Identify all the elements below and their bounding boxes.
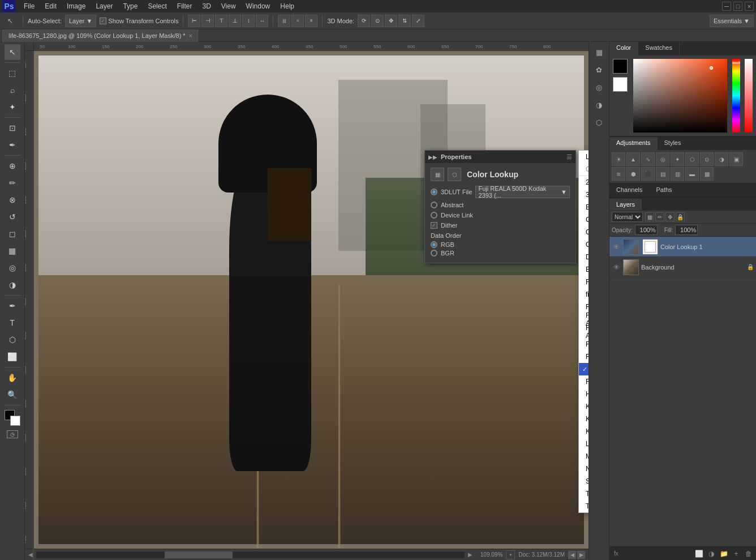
adjustments-tab[interactable]: Adjustments (609, 137, 658, 150)
align-center-btn[interactable]: ⊣ (201, 15, 214, 27)
align-middle-btn[interactable]: ↕ (242, 15, 255, 27)
dropdown-item-23[interactable]: NightFromDay.CUBE (579, 463, 589, 475)
mini-icon-3[interactable]: ◎ (591, 79, 607, 95)
bgr-radio[interactable] (431, 250, 437, 257)
layer-item-color-lookup[interactable]: 👁 Color Lookup 1 (609, 237, 756, 257)
dropdown-item-18[interactable]: Kodak 5205 Fuji 3510 (by Adobe).cube (579, 400, 589, 413)
nav-prev-btn[interactable]: ◀ (568, 551, 576, 559)
layer-fx-label[interactable]: fx (612, 549, 621, 558)
window-maximize[interactable]: □ (733, 2, 742, 11)
menu-select[interactable]: Select (143, 1, 171, 11)
3d-rotate-btn[interactable]: ⟳ (358, 15, 370, 27)
dropdown-item-26[interactable]: TensionGreen.3DL (579, 500, 589, 512)
menu-filter[interactable]: Filter (173, 1, 197, 11)
3d-pan-btn[interactable]: ✥ (385, 15, 397, 27)
hue-spectrum[interactable] (732, 59, 740, 132)
lock-pixels-btn[interactable]: ✏ (655, 212, 664, 221)
menu-help[interactable]: Help (276, 1, 299, 11)
layers-tab-active[interactable]: Layers (609, 199, 642, 210)
shape-tool[interactable]: ⬜ (5, 349, 20, 365)
quick-mask-btn[interactable]: ◷ (7, 430, 18, 438)
dropdown-item-13[interactable]: Fuji F125 Kodak 2393 (by Adobe).cube (579, 338, 589, 350)
history-tool[interactable]: ↺ (5, 209, 20, 225)
nav-next-btn[interactable]: ▶ (577, 551, 585, 559)
dist-btn-3[interactable]: ≡ (305, 15, 317, 27)
adj-invert[interactable]: ⬛ (641, 167, 655, 181)
new-layer-btn[interactable]: + (731, 549, 741, 559)
menu-edit[interactable]: Edit (40, 1, 61, 11)
eyedropper-tool[interactable]: ✒ (5, 137, 20, 153)
dropdown-item-7[interactable]: EdgyAmber.3DL (579, 263, 589, 276)
dropdown-item-0[interactable]: 2Strip.look (579, 176, 589, 189)
document-tab[interactable]: life-863675_1280.jpg @ 109% (Color Looku… (2, 29, 198, 42)
adj-photofilter[interactable]: ▣ (729, 152, 743, 166)
dropdown-item-15-selected[interactable]: ✓ Fuji REALA 500D Kodak 2393 (by Adobe).… (579, 363, 589, 375)
properties-icon-2[interactable]: ⬡ (448, 168, 461, 181)
dropdown-item-6[interactable]: DropBlues.3DL (579, 251, 589, 263)
3dlut-dropdown[interactable]: Fuji REALA 500D Kodak 2393 (... ▼ (475, 186, 570, 198)
eraser-tool[interactable]: ◻ (5, 226, 20, 242)
layer-bg-visibility-icon[interactable]: 👁 (612, 263, 621, 272)
channels-tab[interactable]: Channels (609, 184, 649, 197)
zoom-in-btn[interactable]: + (506, 550, 515, 559)
paths-tab[interactable]: Paths (649, 184, 678, 197)
move-tool-btn[interactable]: ↖ (2, 14, 18, 28)
dropdown-item-24[interactable]: Soft_Warming.look (579, 475, 589, 488)
dropdown-item-21[interactable]: LateSunset.3DL (579, 438, 589, 450)
adj-bw[interactable]: ◑ (715, 152, 728, 166)
fg-color-square[interactable] (613, 59, 628, 74)
3d-scale-btn[interactable]: ⤢ (412, 15, 424, 27)
hand-tool[interactable]: ✋ (5, 370, 20, 386)
clone-tool[interactable]: ⊗ (5, 192, 20, 208)
dropdown-item-4[interactable]: Crisp_Warm.look (579, 226, 589, 238)
align-bottom-btn[interactable]: ↔ (256, 15, 268, 27)
adj-threshold[interactable]: ▥ (671, 167, 684, 181)
gradient-tool[interactable]: ▦ (5, 243, 20, 259)
tab-close-btn[interactable]: × (189, 33, 192, 39)
dither-checkbox[interactable]: ✓ (431, 222, 437, 229)
3d-roll-btn[interactable]: ⊙ (371, 15, 384, 27)
window-minimize[interactable]: ─ (722, 2, 731, 11)
bg-color-square[interactable] (613, 77, 628, 92)
adj-hsl[interactable]: ⬡ (685, 152, 699, 166)
dropdown-item-9[interactable]: filmstock_50.3dl (579, 288, 589, 301)
menu-window[interactable]: Window (242, 1, 275, 11)
wand-tool[interactable]: ✦ (5, 99, 20, 115)
lock-position-btn[interactable]: ✥ (665, 212, 675, 221)
adj-levels[interactable]: ▲ (626, 152, 640, 166)
spot-heal-tool[interactable]: ⊕ (5, 158, 20, 174)
mini-icon-2[interactable]: ✿ (591, 62, 607, 78)
background-color[interactable] (10, 416, 20, 426)
scroll-right-arrow[interactable]: ▶ (468, 552, 472, 558)
delete-layer-btn[interactable]: 🗑 (744, 549, 754, 559)
dropdown-item-19[interactable]: Kodak 5218 Kodak 2383 (by Adobe).cube (579, 413, 589, 425)
blur-tool[interactable]: ◎ (5, 260, 20, 276)
zoom-tool[interactable]: 🔍 (5, 387, 20, 403)
dist-btn-1[interactable]: ||| (278, 15, 290, 27)
pen-tool[interactable]: ✒ (5, 298, 20, 314)
window-close[interactable]: × (745, 2, 754, 11)
add-mask-btn[interactable]: ⬜ (694, 549, 704, 559)
adj-colorlookup[interactable]: ⬢ (626, 167, 640, 181)
show-transform-check[interactable]: ✓ Show Transform Controls (100, 18, 178, 24)
dropdown-item-22[interactable]: Moonlight.3DL (579, 450, 589, 463)
path-tool[interactable]: ⬡ (5, 332, 20, 348)
dropdown-item-1[interactable]: 3Strip.look (579, 189, 589, 201)
lock-all-btn[interactable]: 🔒 (676, 212, 685, 221)
dropdown-item-20[interactable]: Kodak 5218 Kodak 2395 (by Adobe).cube (579, 425, 589, 438)
properties-icon-1[interactable]: ▦ (431, 168, 444, 181)
mini-icon-4[interactable]: ◑ (591, 97, 607, 113)
type-tool[interactable]: T (5, 315, 20, 331)
menu-3d[interactable]: 3D (197, 1, 215, 11)
dropdown-load-lut[interactable]: Load 3D LUT... (579, 151, 589, 163)
crop-tool[interactable]: ⊡ (5, 120, 20, 136)
abstract-radio[interactable] (431, 202, 437, 208)
menu-file[interactable]: File (19, 1, 39, 11)
styles-tab[interactable]: Styles (658, 137, 688, 150)
color-tab[interactable]: Color (609, 42, 638, 55)
3d-slide-btn[interactable]: ⇅ (398, 15, 411, 27)
menu-view[interactable]: View (217, 1, 240, 11)
blend-mode-select[interactable]: Normal (612, 212, 643, 222)
device-link-radio[interactable] (431, 212, 437, 219)
dropdown-item-8[interactable]: FallColors.look (579, 276, 589, 288)
